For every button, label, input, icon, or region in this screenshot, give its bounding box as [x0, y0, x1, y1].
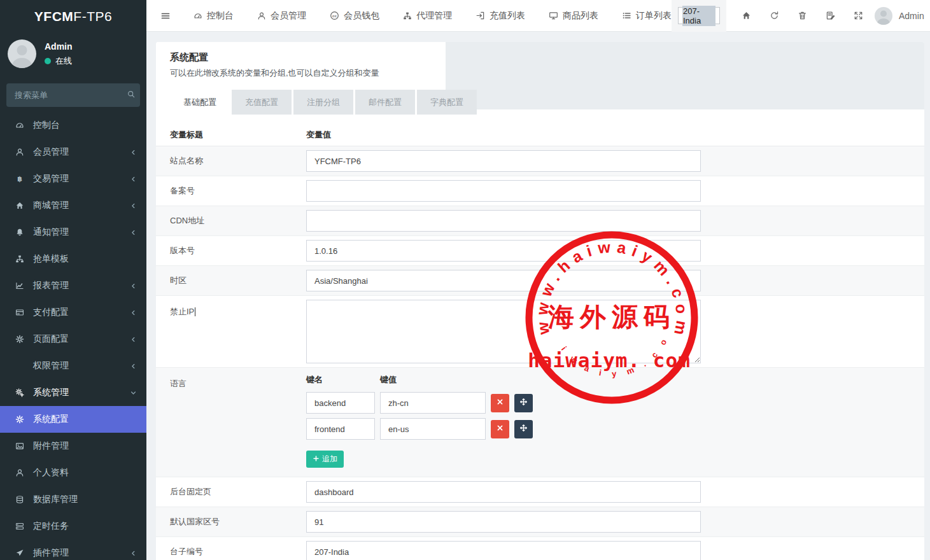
- database-icon: [14, 495, 25, 504]
- sidebar-search[interactable]: [6, 83, 140, 107]
- sidebar-item-5[interactable]: 抢单模板: [0, 246, 146, 272]
- drag-row-button[interactable]: [514, 420, 533, 438]
- delete-row-button[interactable]: [491, 394, 509, 412]
- append-button[interactable]: 追加: [306, 451, 344, 468]
- svg-text:฿: ฿: [17, 175, 22, 183]
- sidebar-item-13[interactable]: 个人资料: [0, 459, 146, 486]
- forbidden-ip-textarea[interactable]: [306, 300, 701, 363]
- topnav-item-1[interactable]: 会员管理: [257, 10, 306, 22]
- form-row-platform-code: 台子编号: [156, 537, 924, 560]
- topnav-item-3[interactable]: 代理管理: [403, 10, 452, 22]
- tab-recharge-config[interactable]: 充值配置: [232, 90, 292, 115]
- drag-row-button[interactable]: [514, 394, 533, 412]
- topnav-item-0[interactable]: 控制台: [194, 10, 234, 22]
- translate-icon[interactable]: [826, 11, 835, 20]
- cdn-url-input[interactable]: [306, 210, 701, 232]
- sidebar-item-1[interactable]: 会员管理: [0, 139, 146, 165]
- form-row-forbidden-ip: 禁止IP: [156, 296, 924, 368]
- timezone-input[interactable]: [306, 270, 701, 291]
- lang-value-input[interactable]: [380, 418, 486, 440]
- sidebar-item-label: 系统管理: [33, 387, 69, 398]
- move-icon: [519, 398, 528, 408]
- sidebar-item-15[interactable]: 定时任务: [0, 513, 146, 540]
- sidebar-item-11-active[interactable]: 系统配置: [0, 406, 146, 433]
- plus-icon: [313, 455, 320, 464]
- close-icon: [496, 398, 504, 408]
- chart-icon: [14, 281, 25, 290]
- sidebar-item-label: 页面配置: [33, 333, 69, 345]
- sidebar-item-label: 数据库管理: [33, 494, 78, 505]
- search-icon[interactable]: [127, 90, 136, 101]
- topbar-admin-menu[interactable]: Admin: [875, 7, 924, 25]
- chevron-left-icon: [129, 362, 137, 370]
- sidebar-menu: 控制台会员管理฿交易管理商城管理通知管理抢单模板报表管理支付配置页面配置权限管理…: [0, 112, 146, 560]
- refresh-icon[interactable]: [770, 11, 779, 20]
- sidebar-item-2[interactable]: ฿交易管理: [0, 165, 146, 192]
- lang-key-input[interactable]: [306, 392, 375, 414]
- tab-mail-config[interactable]: 邮件配置: [355, 90, 415, 115]
- sidebar-item-3[interactable]: 商城管理: [0, 192, 146, 219]
- text-cursor: [195, 307, 195, 316]
- chevron-left-icon: [129, 228, 137, 237]
- sidebar-item-12[interactable]: 附件管理: [0, 433, 146, 459]
- sidebar-search-input[interactable]: [15, 90, 127, 100]
- admin-fixed-page-input[interactable]: [306, 481, 701, 503]
- bell-icon: [14, 228, 25, 237]
- form-row-version: 版本号: [156, 236, 924, 266]
- version-input[interactable]: [306, 240, 701, 262]
- sidebar-item-8[interactable]: 页面配置: [0, 326, 146, 353]
- sidebar-item-4[interactable]: 通知管理: [0, 219, 146, 246]
- icp-number-input[interactable]: [306, 180, 701, 202]
- image-icon: [14, 442, 25, 451]
- form-row-admin-fixed-page: 后台固定页: [156, 477, 924, 507]
- sitemap-icon: [14, 255, 25, 263]
- lang-row-frontend: [306, 418, 533, 440]
- dashboard-icon: [14, 121, 25, 130]
- selected-text: 207-India: [682, 6, 715, 26]
- trash-icon[interactable]: [798, 11, 807, 20]
- delete-row-button[interactable]: [491, 420, 509, 438]
- default-country-code-input[interactable]: [306, 511, 701, 533]
- topbar: 控制台会员管理cc会员钱包代理管理充值列表商品列表订单列表 207-India …: [146, 0, 930, 32]
- lang-key-input[interactable]: [306, 418, 375, 440]
- lang-value-input[interactable]: [380, 392, 486, 414]
- column-header-value: 变量值: [306, 129, 331, 141]
- sidebar-item-16[interactable]: 插件管理: [0, 540, 146, 560]
- topnav-item-2[interactable]: cc会员钱包: [330, 10, 379, 22]
- tab-register-group[interactable]: 注册分组: [293, 90, 353, 115]
- sitemap-icon: [403, 11, 412, 20]
- chevron-left-icon: [129, 202, 137, 210]
- sidebar-item-0[interactable]: 控制台: [0, 112, 146, 139]
- sidebar-item-9[interactable]: 权限管理: [0, 353, 146, 379]
- site-code-cell: 207-India: [672, 0, 726, 32]
- fullscreen-icon[interactable]: [854, 11, 863, 20]
- site-code-input[interactable]: 207-India: [678, 7, 720, 24]
- page-title: 系统配置: [170, 52, 924, 64]
- signin-icon: [476, 11, 485, 20]
- desktop-icon: [549, 11, 558, 20]
- sidebar-item-14[interactable]: 数据库管理: [0, 486, 146, 513]
- cc-icon: cc: [330, 11, 339, 20]
- sidebar-item-label: 商城管理: [33, 200, 69, 211]
- config-panel: 系统配置 可以在此增改系统的变量和分组,也可以自定义分组和变量 基础配置 充值配…: [156, 42, 924, 560]
- topnav-item-5[interactable]: 商品列表: [549, 10, 598, 22]
- home-icon[interactable]: [742, 11, 751, 20]
- config-form: 变量标题 变量值 站点名称 备案号 CDN地址 版本号 时区: [156, 123, 924, 560]
- tab-dictionary-config[interactable]: 字典配置: [417, 90, 477, 115]
- sidebar-item-label: 权限管理: [33, 360, 69, 372]
- sidebar-item-label: 定时任务: [33, 521, 69, 532]
- topnav-item-4[interactable]: 充值列表: [476, 10, 525, 22]
- table-header-row: 变量标题 变量值: [156, 123, 924, 146]
- site-name-input[interactable]: [306, 150, 701, 172]
- sidebar-item-10[interactable]: 系统管理: [0, 379, 146, 406]
- platform-code-input[interactable]: [306, 541, 701, 560]
- chevron-left-icon: [129, 282, 137, 290]
- sidebar-item-7[interactable]: 支付配置: [0, 299, 146, 326]
- tab-basic-config[interactable]: 基础配置: [170, 90, 230, 115]
- rocket-icon: [14, 549, 25, 557]
- topnav-item-6[interactable]: 订单列表: [622, 10, 672, 22]
- user-icon: [257, 11, 266, 20]
- sidebar-item-6[interactable]: 报表管理: [0, 272, 146, 299]
- hamburger-icon[interactable]: [146, 11, 183, 21]
- user-icon: [14, 148, 25, 157]
